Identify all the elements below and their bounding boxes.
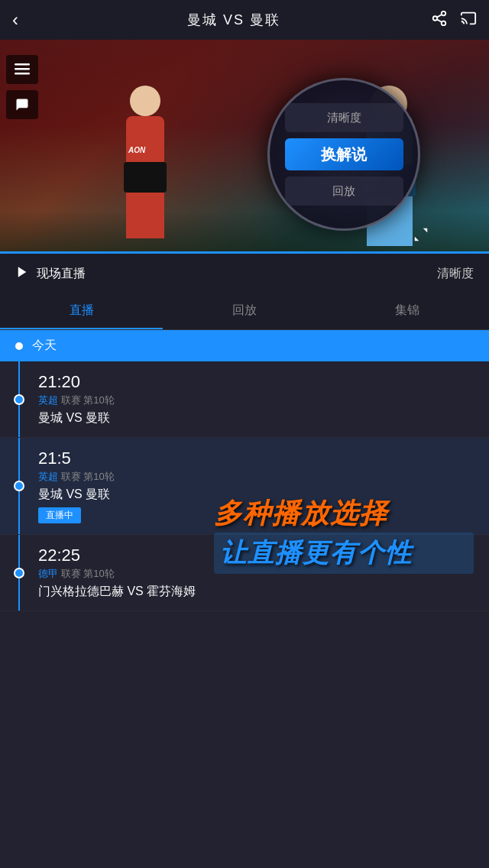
league-round: 联赛 第10轮 — [61, 568, 115, 579]
app-container: ‹ 曼城 VS 曼联 — [0, 0, 489, 868]
svg-point-0 — [442, 11, 446, 15]
commentary-switch-button[interactable]: 换解说 — [285, 138, 403, 170]
cast-icon[interactable] — [460, 10, 477, 31]
league-name: 德甲 — [38, 568, 58, 579]
day-dot — [14, 341, 24, 351]
quality-button[interactable]: 清晰度 — [437, 266, 474, 282]
magnifier-popup[interactable]: 清晰度 换解说 回放 — [267, 78, 420, 231]
play-button[interactable] — [15, 265, 29, 283]
league-name: 英超 — [38, 394, 58, 406]
tab-live[interactable]: 直播 — [0, 293, 163, 329]
chat-button[interactable] — [6, 90, 38, 119]
svg-rect-6 — [15, 63, 30, 66]
svg-point-2 — [442, 21, 446, 24]
header-icons — [431, 10, 477, 31]
live-badge: 直播中 — [38, 507, 81, 523]
page-title: 曼城 VS 曼联 — [187, 11, 280, 29]
magnifier-arrow-icon — [413, 226, 429, 246]
match-teams: 曼城 VS 曼联 — [38, 410, 477, 426]
svg-line-3 — [437, 19, 442, 22]
menu-button[interactable] — [6, 55, 38, 84]
video-area[interactable]: AON — [0, 40, 489, 254]
svg-point-1 — [433, 16, 438, 21]
live-label: 现场直播 — [37, 266, 86, 282]
video-progress-bar[interactable] — [0, 251, 489, 254]
promo-line1: 多种播放选择 — [214, 495, 474, 533]
match-league: 英超 联赛 第10轮 — [38, 394, 477, 407]
controls-bar: 现场直播 清晰度 — [0, 254, 489, 293]
tab-replay[interactable]: 回放 — [163, 293, 325, 329]
tabs-bar: 直播 回放 集锦 — [0, 293, 489, 330]
match-teams: 门兴格拉德巴赫 VS 霍芬海姆 — [38, 584, 477, 600]
play-section: 现场直播 — [15, 265, 86, 283]
share-icon[interactable] — [431, 10, 448, 31]
match-item[interactable]: 21:20 英超 联赛 第10轮 曼城 VS 曼联 — [0, 361, 489, 438]
league-name: 英超 — [38, 471, 58, 482]
match-time: 21:20 — [38, 372, 477, 392]
timeline-dot — [14, 568, 24, 578]
match-league: 英超 联赛 第10轮 — [38, 470, 477, 484]
schedule-section[interactable]: 今天 21:20 英超 联赛 第10轮 曼城 VS 曼联 21:5 英超 联赛 … — [0, 330, 489, 868]
svg-line-4 — [437, 14, 442, 17]
timeline-dot — [14, 394, 24, 405]
magnifier-menu: 清晰度 换解说 回放 — [285, 103, 403, 206]
league-round: 联赛 第10轮 — [61, 394, 115, 406]
video-left-controls — [6, 55, 38, 119]
day-label: 今天 — [0, 330, 489, 361]
timeline-dot — [14, 481, 24, 491]
svg-rect-7 — [15, 68, 30, 70]
match-time: 21:5 — [38, 449, 477, 468]
svg-rect-8 — [15, 73, 30, 75]
back-button[interactable]: ‹ — [12, 9, 37, 31]
quality-option[interactable]: 清晰度 — [285, 103, 403, 132]
promo-overlay: 多种播放选择 让直播更有个性 — [199, 483, 489, 586]
tab-highlights[interactable]: 集锦 — [326, 293, 489, 329]
league-round: 联赛 第10轮 — [61, 471, 115, 482]
replay-option[interactable]: 回放 — [285, 177, 403, 206]
header: ‹ 曼城 VS 曼联 — [0, 0, 489, 40]
promo-line2: 让直播更有个性 — [214, 533, 474, 574]
svg-marker-11 — [18, 267, 27, 277]
day-header: 今天 — [0, 330, 489, 361]
